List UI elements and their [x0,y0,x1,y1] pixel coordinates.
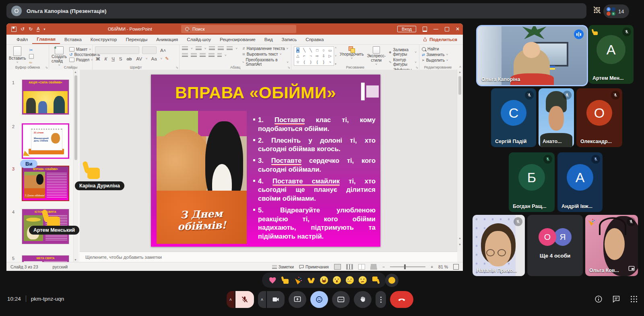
shape-glyph[interactable]: А [297,48,299,52]
bold-icon[interactable]: Ж [95,56,101,61]
tab-9[interactable]: Вид [260,35,277,44]
slideshow-icon[interactable] [370,264,377,270]
participant-tile-video[interactable]: Ольга Ков... [585,215,638,276]
shapes-up-icon[interactable]: ˄ [335,46,336,49]
numbering-icon[interactable] [196,46,202,51]
slide-thumbnail-5[interactable]: МЕТА СВЯТА [22,255,69,262]
dialog-launcher-icon[interactable]: ⇘ [415,66,418,69]
character-spacing-icon[interactable]: AV [135,56,143,61]
participant-tile-video[interactable]: Наталія Прихо... [473,215,525,276]
scrollbar-thumb[interactable] [458,76,461,95]
canvas-scrollbar[interactable]: ▲ ▲ ▼ [457,70,463,252]
bullets-icon[interactable] [182,46,188,51]
camera-button[interactable] [267,291,285,308]
thumbs-up-reaction[interactable] [281,276,289,284]
mic-off-button[interactable] [235,291,254,308]
font-name-select[interactable] [95,46,139,54]
info-icon[interactable] [594,295,603,305]
notes-pane[interactable]: Щелкните, чтобы добавить заметки [80,252,457,262]
shape-glyph[interactable]: ) [310,60,311,64]
reading-view-icon[interactable] [358,264,365,270]
shape-glyph[interactable]: △ [296,54,299,58]
shape-glyph[interactable]: ○ [322,48,325,52]
shape-glyph[interactable]: { [316,60,318,64]
sparkling-heart-reaction[interactable] [268,276,277,284]
comments-toggle[interactable]: Примечания [299,265,329,269]
shape-glyph[interactable]: } [323,60,324,64]
participant-tile[interactable]: А Артем Мен... [588,25,634,84]
pip-icon[interactable] [628,266,635,273]
zoom-out-icon[interactable]: − [382,264,385,269]
zoom-in-icon[interactable]: + [431,264,433,269]
thumbs-down-reaction[interactable] [372,276,380,284]
increase-indent-icon[interactable] [218,46,224,51]
select-button[interactable]: ➤Выделить˅ [422,58,454,62]
notes-toggle[interactable]: Заметки [272,265,294,269]
columns-icon[interactable] [217,53,222,58]
normal-view-icon[interactable] [334,264,341,270]
minimize-button[interactable]: — [433,26,438,32]
skin-tone-selector[interactable] [385,274,398,287]
scroll-up-icon[interactable]: ▲ [74,71,77,73]
line-spacing-icon[interactable] [227,46,233,51]
surprised-face-reaction[interactable] [333,276,341,284]
tab-11[interactable]: Справка [301,35,328,44]
redo-icon[interactable]: ↻ [29,26,33,32]
fit-slide-icon[interactable] [453,264,459,270]
current-slide[interactable]: ВПРАВА «ОБІЙМИ» З Днем обіймів! 1. Поста… [151,75,380,247]
participant-tile-overflow[interactable]: О Я Ще 4 особи [527,215,583,276]
laughing-face-reaction[interactable] [320,276,328,284]
more-options-button[interactable] [376,291,386,308]
mic-options-chevron[interactable]: ˄ [227,291,235,308]
format-painter-icon[interactable]: ✎ [28,59,35,65]
shape-glyph[interactable]: ⇨ [316,54,319,58]
tab-7[interactable]: Слайд-шоу [182,35,215,44]
tab-3[interactable]: Вставка [60,35,86,44]
quick-styles-button[interactable]: Экспресс-стили˅ [367,46,386,66]
tab-5[interactable]: Переходы [121,35,152,44]
present-button[interactable] [289,291,306,308]
participant-tile-video[interactable]: Ольга Капоріна [476,25,588,86]
previous-slide-icon[interactable]: ▲ [458,237,461,239]
paste-button[interactable]: Вставить˅ [9,46,26,64]
justify-icon[interactable] [208,53,215,58]
next-slide-icon[interactable]: ▼ [458,243,461,246]
language-indicator[interactable]: русский [38,264,68,269]
shape-glyph[interactable]: ☆ [296,60,300,64]
qat-customize-icon[interactable]: ▾ [43,27,45,31]
highlight-icon[interactable]: ✎ [165,56,169,61]
participant-tile-video[interactable]: Анато... [539,88,574,147]
scroll-down-icon[interactable]: ▼ [74,258,77,261]
undo-icon[interactable]: ↺ [21,26,25,32]
participants-count-badge[interactable]: АБ 14 [603,4,629,18]
strikethrough-icon[interactable]: ab [126,56,133,61]
text-direction-button[interactable]: ⇵Направление текста˅ [242,46,289,51]
search-box[interactable]: Поиск [181,25,296,33]
shape-fill-button[interactable]: ◆Заливка фигуры˅ [389,48,417,56]
align-right-icon[interactable] [200,53,206,58]
dialpad-off-icon[interactable] [592,6,601,16]
shape-glyph[interactable]: ⌐ [303,54,305,58]
slide-thumbnail-3-selected[interactable]: ВПРАВА «ОБІЙМИ» З Днем обіймів! [22,166,69,201]
zoom-slider[interactable] [390,266,425,267]
find-button[interactable]: Найти [422,47,454,51]
presenter-banner[interactable]: О Ольга Капоріна (Презентація) [6,3,586,19]
align-left-icon[interactable] [182,53,188,58]
zoom-level[interactable]: 81 % [438,264,448,269]
close-button[interactable]: ✕ [456,26,460,32]
crying-face-reaction[interactable] [346,276,354,284]
shape-glyph[interactable]: ¬ [310,54,312,58]
tab-8[interactable]: Рецензирование [215,35,260,44]
participant-tile[interactable]: С Сергій Падій [491,88,536,147]
shapes-down-icon[interactable]: ˅ [335,54,336,57]
sign-in-button[interactable]: Вход [397,26,416,32]
cut-icon[interactable]: ✂ [29,48,34,53]
dialog-launcher-icon[interactable]: ⇘ [175,66,178,69]
shape-glyph[interactable]: ╲ [310,48,312,52]
collapse-ribbon-icon[interactable]: ˄ [459,65,461,69]
clapping-hands-reaction[interactable] [307,276,315,284]
shape-glyph[interactable]: ( [303,60,305,64]
slide-thumbnail-2[interactable]: 21 січня Міжнародний день обіймів [22,123,69,159]
party-popper-reaction[interactable] [294,276,302,284]
change-case-icon[interactable]: Aa [151,56,158,61]
